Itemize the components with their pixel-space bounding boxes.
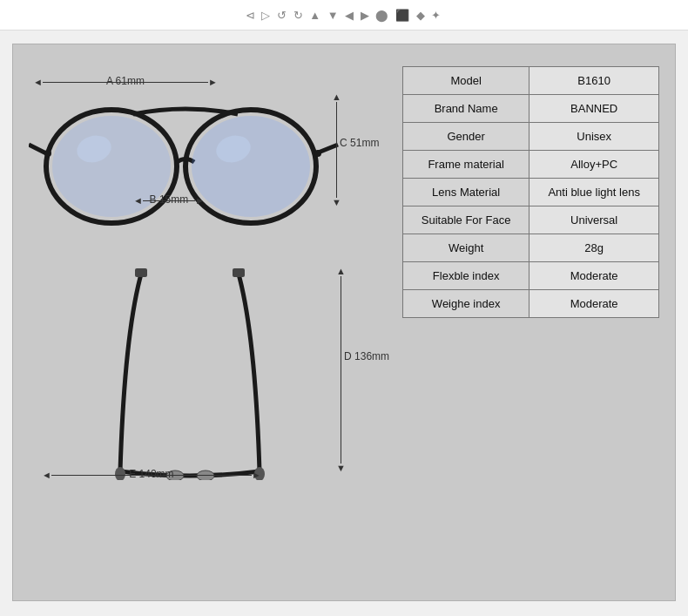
glasses-bottom-svg bbox=[37, 262, 351, 480]
spec-value-1: BANNED bbox=[529, 95, 659, 123]
dim-e-label: E 140mm bbox=[129, 468, 173, 480]
spec-label-0: Model bbox=[403, 67, 529, 95]
spec-row-2: GenderUnisex bbox=[403, 123, 659, 151]
dimension-a: ◄ A 61mm ► bbox=[33, 77, 218, 87]
spec-value-0: B1610 bbox=[529, 67, 659, 95]
spec-label-7: Flexble index bbox=[403, 262, 529, 290]
spec-value-6: 28g bbox=[529, 234, 659, 262]
spec-row-4: Lens MaterialAnti blue light lens bbox=[403, 179, 659, 206]
dimension-e: ◄ E 140mm ► bbox=[42, 470, 261, 480]
spec-label-6: Weight bbox=[403, 234, 529, 262]
spec-label-5: Suitable For Face bbox=[403, 206, 529, 234]
spec-row-7: Flexble indexModerate bbox=[403, 262, 659, 290]
spec-value-5: Universal bbox=[529, 206, 659, 234]
dim-a-label: A 61mm bbox=[106, 75, 145, 87]
content-card: ◄ A 61mm ► bbox=[12, 44, 676, 601]
svg-rect-14 bbox=[135, 268, 147, 277]
glasses-front-svg bbox=[29, 88, 342, 245]
dimension-d: ▲ D 136mm ▼ bbox=[336, 267, 346, 473]
bottom-glasses-diagram: ◄ E 140mm ► ▲ D 136mm ▼ bbox=[29, 262, 394, 506]
spec-label-3: Frame material bbox=[403, 151, 529, 179]
spec-label-1: Brand Name bbox=[403, 95, 529, 123]
spec-row-3: Frame materialAlloy+PC bbox=[403, 151, 659, 179]
spec-label-8: Weighe index bbox=[403, 290, 529, 318]
spec-row-0: ModelB1610 bbox=[403, 67, 659, 95]
dimension-c: ▲ C 51mm ▼ bbox=[332, 92, 341, 207]
spec-value-3: Alloy+PC bbox=[529, 151, 659, 179]
dim-d-label: D 136mm bbox=[344, 350, 389, 362]
svg-point-8 bbox=[44, 150, 51, 157]
top-bar-icons: ⊲ ▷ ↺ ↻ ▲ ▼ ◀ ▶ ⬤ ⬛ ◆ ✦ bbox=[246, 9, 442, 22]
spec-value-4: Anti blue light lens bbox=[529, 179, 659, 206]
top-glasses-diagram: ◄ A 61mm ► bbox=[29, 66, 394, 254]
spec-row-8: Weighe indexModerate bbox=[403, 290, 659, 318]
dim-b-label: B 15mm bbox=[150, 193, 189, 206]
top-bar: ⊲ ▷ ↺ ↻ ▲ ▼ ◀ ▶ ⬤ ⬛ ◆ ✦ bbox=[0, 0, 688, 30]
spec-value-8: Moderate bbox=[529, 290, 659, 318]
toolbar-icons: ⊲ ▷ ↺ ↻ ▲ ▼ ◀ ▶ ⬤ ⬛ ◆ ✦ bbox=[246, 9, 442, 22]
page-wrapper: ⊲ ▷ ↺ ↻ ▲ ▼ ◀ ▶ ⬤ ⬛ ◆ ✦ ◄ A 61mm ► bbox=[0, 0, 688, 616]
spec-label-2: Gender bbox=[403, 123, 529, 151]
spec-value-7: Moderate bbox=[529, 262, 659, 290]
spec-value-2: Unisex bbox=[529, 123, 659, 151]
svg-rect-15 bbox=[233, 268, 245, 277]
spec-row-1: Brand NameBANNED bbox=[403, 95, 659, 123]
specs-table: ModelB1610Brand NameBANNEDGenderUnisexFr… bbox=[402, 66, 659, 318]
dim-c-label: C 51mm bbox=[340, 137, 379, 149]
dimension-b: ◄ B 15mm ► bbox=[133, 195, 205, 206]
spec-row-6: Weight28g bbox=[403, 234, 659, 262]
spec-row-5: Suitable For FaceUniversal bbox=[403, 206, 659, 234]
left-column: ◄ A 61mm ► bbox=[29, 66, 394, 506]
right-column: ModelB1610Brand NameBANNEDGenderUnisexFr… bbox=[402, 66, 659, 318]
svg-point-5 bbox=[192, 116, 310, 217]
svg-point-9 bbox=[314, 150, 321, 157]
svg-line-2 bbox=[29, 145, 46, 153]
spec-label-4: Lens Material bbox=[403, 179, 529, 206]
